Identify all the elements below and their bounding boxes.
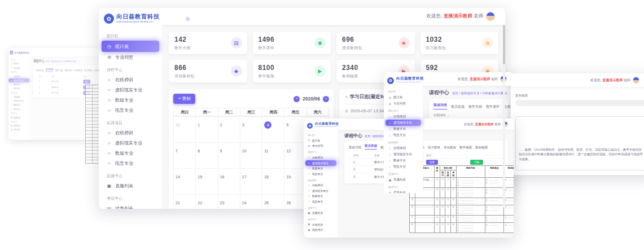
course-tab[interactable]: 教学视频 (459, 146, 472, 150)
menu-item[interactable]: 考试中心 (8, 120, 29, 124)
menu-item[interactable]: 直播中心 (8, 111, 29, 115)
menu-item[interactable]: ○ 在线师训 (8, 95, 29, 99)
course-tab[interactable]: 案例视频 (515, 94, 644, 98)
calendar-day[interactable]: 14 (174, 169, 196, 195)
menu-item[interactable]: ○ 在线师训 (384, 113, 423, 120)
course-tab[interactable]: 教学大纲 (55, 69, 63, 72)
menu-item[interactable]: 课程中心 (99, 67, 162, 73)
course-tab[interactable]: 教学课件 (486, 104, 500, 109)
menu-item[interactable]: 课程中心 (8, 70, 29, 74)
calendar-day[interactable]: 8 (196, 143, 218, 169)
menu-item[interactable]: ○ 在线师训 (8, 74, 29, 78)
menu-item[interactable]: ▤ 试卷列表 (304, 222, 338, 227)
course-tab[interactable]: 案例详情 (349, 146, 361, 150)
menu-item[interactable]: ○ 虚拟现实专业 (384, 151, 423, 157)
menu-item[interactable]: ◷ 统计表 (304, 138, 338, 143)
course-tab[interactable]: 教员资源 (451, 104, 465, 109)
menu-item[interactable]: ◷ 统计表 (8, 62, 29, 65)
course-tab[interactable]: 教学课件 (65, 69, 72, 72)
menu-item[interactable]: 实训项目 (384, 141, 423, 144)
calendar-day[interactable]: 25 (262, 195, 284, 209)
course-tab[interactable]: 教员资源 (365, 144, 377, 150)
calendar-day[interactable]: 24 (240, 195, 262, 209)
menu-item[interactable]: ○ 数媒专业 (384, 126, 423, 132)
menu-item[interactable]: ○ 电竞专业 (99, 158, 162, 168)
course-tab[interactable]: 教学大纲 (468, 104, 482, 109)
menu-item[interactable]: ○ 数媒专业 (384, 157, 423, 164)
menu-item[interactable]: ⊚ 专业对照 (8, 66, 29, 70)
menu-item[interactable]: ▤ 试卷列表 (8, 124, 29, 128)
menu-item[interactable]: ○ 虚拟现实专业 (8, 78, 29, 82)
menu-item[interactable]: 统计栏 (384, 90, 423, 93)
menu-item[interactable]: ▣ 直播列表 (384, 177, 423, 183)
menu-item[interactable]: ○ 数媒专业 (8, 82, 29, 86)
menu-item[interactable]: ○ 在线师训 (304, 183, 338, 188)
view-button[interactable]: 查看 (426, 160, 438, 165)
add-category-button[interactable]: + 类别 (173, 94, 195, 104)
avatar[interactable] (633, 77, 639, 84)
menu-item[interactable]: ○ 虚拟现实专业 (385, 120, 421, 126)
calendar-day[interactable]: 18 (262, 169, 284, 195)
menu-item[interactable]: 直播中心 (99, 173, 162, 179)
calendar-day[interactable]: 10 (240, 143, 262, 169)
menu-item[interactable]: ○ 电竞专业 (8, 107, 29, 111)
course-tab[interactable]: 授课案例 (75, 69, 82, 72)
lesson-filter[interactable]: 全部课时 ⌄ (433, 113, 503, 117)
menu-item[interactable]: 统计栏 (99, 33, 162, 39)
menu-item[interactable]: ○ 虚拟现实专业 (305, 160, 336, 166)
calendar-day[interactable]: 16 (218, 169, 240, 195)
calendar-day[interactable]: 17 (240, 169, 262, 195)
menu-item[interactable]: ○ 在线师训 (99, 74, 162, 85)
prev-month-button[interactable]: ‹ (293, 96, 300, 102)
menu-item[interactable]: ⊚ 专业对照 (99, 52, 162, 62)
menu-item[interactable]: ○ 数媒专业 (99, 95, 162, 105)
menu-item[interactable]: ⊚ 专业对照 (384, 100, 423, 107)
menu-item[interactable]: ○ 在线师训 (99, 128, 162, 138)
menu-item[interactable]: 实训项目 (304, 179, 338, 182)
calendar-day[interactable]: 9 (218, 143, 240, 169)
menu-item[interactable]: ○ 电竞专业 (304, 171, 338, 177)
menu-item[interactable]: ⊚ 专业对照 (304, 143, 338, 149)
menu-item[interactable]: ○ 虚拟现实专业 (8, 99, 29, 103)
menu-item[interactable]: 考试中心 (99, 196, 162, 201)
menu-item[interactable]: ○ 数媒专业 (304, 194, 338, 199)
menu-item[interactable]: ◷ 统计表 (384, 94, 423, 100)
calendar-day[interactable]: 7 (174, 143, 196, 169)
course-tab[interactable]: 案例视频 (475, 146, 488, 150)
menu-item[interactable]: ▤ 试卷列表 (99, 203, 162, 209)
avatar[interactable] (486, 12, 495, 21)
menu-item[interactable]: 实训项目 (8, 90, 29, 94)
menu-item[interactable]: 直播中心 (384, 173, 423, 176)
calendar-day[interactable]: 4 (262, 117, 284, 143)
menu-item[interactable]: 课程中心 (384, 109, 423, 112)
search-input[interactable] (515, 100, 644, 106)
menu-item[interactable]: ○ 数媒专业 (99, 148, 162, 158)
calendar-day[interactable]: 21 (174, 195, 196, 209)
view-button[interactable]: 查看 (83, 80, 90, 84)
breadcrumb-links[interactable]: 首页 / 虚拟现实专业 / C4D影视设计案例 (452, 91, 507, 95)
menu-item[interactable]: ▣ 直播列表 (8, 115, 29, 119)
menu-item[interactable]: 直播中心 (304, 207, 338, 209)
menu-item[interactable]: ○ 电竞专业 (384, 132, 423, 138)
menu-item[interactable]: ○ 电竞专业 (8, 86, 29, 90)
menu-item[interactable]: ◉ 我的考试 (304, 227, 338, 233)
course-tab[interactable]: 课后案例 (444, 146, 456, 150)
breadcrumb-links[interactable]: 首页 / 虚拟现实专业 / C4D影视设计案例 (46, 60, 76, 63)
menu-item[interactable]: ○ 在线师训 (304, 155, 338, 160)
menu-item[interactable]: 考试中心 (384, 186, 423, 188)
calendar-day[interactable]: 3 (240, 117, 262, 143)
menu-item[interactable]: 实训项目 (99, 120, 162, 126)
menu-item[interactable]: ▤ 试卷列表 (384, 190, 423, 193)
menu-item[interactable]: 课程中心 (304, 151, 338, 153)
next-month-button[interactable]: › (323, 96, 329, 102)
calendar-day[interactable]: 1 (196, 117, 218, 143)
menu-item[interactable]: ▣ 直播列表 (99, 181, 162, 191)
menu-item[interactable]: 统计栏 (304, 134, 338, 137)
collapse-icon[interactable]: ◎ (185, 16, 190, 21)
menu-item[interactable]: ○ 电竞专业 (304, 199, 338, 204)
calendar-day[interactable]: 22 (196, 195, 218, 209)
course-tab[interactable]: 教员资源 (46, 68, 53, 72)
calendar-day[interactable]: 23 (218, 195, 240, 209)
menu-item[interactable]: ○ 虚拟现实专业 (99, 85, 162, 95)
menu-item[interactable]: 考试中心 (304, 218, 338, 221)
